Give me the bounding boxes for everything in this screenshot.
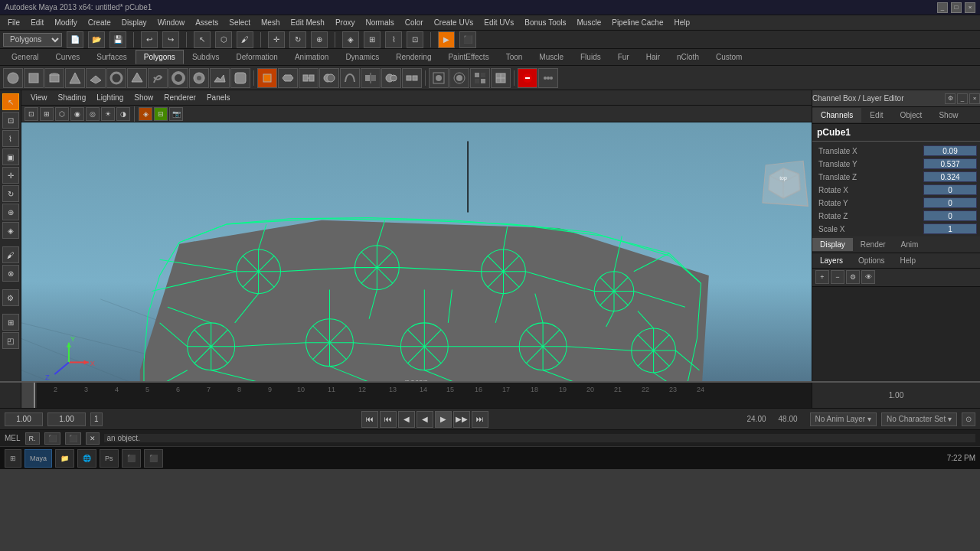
cat-tab-dynamics[interactable]: Dynamics bbox=[337, 50, 387, 64]
script-editor-btn-r[interactable]: R. bbox=[25, 432, 40, 445]
vp-wireframe-btn[interactable]: ⬡ bbox=[55, 107, 69, 121]
smooth-tool[interactable] bbox=[340, 68, 360, 88]
vp-show-menu[interactable]: Show bbox=[129, 92, 158, 103]
tab-channels[interactable]: Channels bbox=[812, 108, 861, 122]
start-button[interactable]: ⊞ bbox=[5, 449, 21, 468]
cone-tool[interactable] bbox=[65, 68, 85, 88]
bevel-tool[interactable] bbox=[278, 68, 298, 88]
menu-item-color[interactable]: Color bbox=[400, 17, 428, 28]
layer-tab-layers[interactable]: Layers bbox=[812, 255, 851, 266]
step-size-field[interactable] bbox=[47, 412, 86, 426]
edge-select-tool[interactable]: ⌇ bbox=[2, 130, 19, 147]
snap-point-btn[interactable]: ⊡ bbox=[407, 31, 423, 48]
minimize-button[interactable]: _ bbox=[937, 2, 948, 13]
select-tool[interactable]: ↖ bbox=[194, 31, 211, 48]
vp-resolution-gate-btn[interactable]: ⊟ bbox=[154, 107, 168, 121]
move-tool-left[interactable]: ✛ bbox=[2, 167, 19, 184]
quick-layout-2[interactable]: ◰ bbox=[2, 332, 19, 349]
menu-item-file[interactable]: File bbox=[3, 17, 24, 28]
step-backward-btn[interactable]: ⏮ bbox=[380, 411, 397, 428]
cat-tab-muscle[interactable]: Muscle bbox=[531, 50, 572, 64]
dots-menu-2[interactable] bbox=[538, 68, 558, 88]
cat-tab-painteffects[interactable]: PaintEffects bbox=[439, 50, 497, 64]
universal-tool-left[interactable]: ◈ bbox=[2, 222, 19, 239]
panel-options-btn[interactable]: ⚙ bbox=[945, 93, 956, 104]
cube-tool[interactable] bbox=[24, 68, 44, 88]
command-line-input[interactable] bbox=[104, 434, 975, 442]
play-backward-btn[interactable]: ◀ bbox=[398, 411, 415, 428]
snap-grid-btn[interactable]: ⊞ bbox=[364, 31, 381, 48]
save-scene-button[interactable]: 💾 bbox=[109, 31, 126, 48]
vp-lighting-menu[interactable]: Lighting bbox=[92, 92, 128, 103]
uv-tool[interactable] bbox=[491, 68, 511, 88]
menu-item-mesh[interactable]: Mesh bbox=[256, 17, 284, 28]
layer-visibility-btn[interactable]: 👁 bbox=[861, 270, 875, 284]
extrude-tool[interactable] bbox=[257, 68, 277, 88]
cat-tab-custom[interactable]: Custom bbox=[707, 50, 750, 64]
view-cube[interactable]: top bbox=[762, 161, 808, 207]
new-layer-btn[interactable]: + bbox=[815, 270, 829, 284]
show-manipulator-tool[interactable]: ⚙ bbox=[2, 289, 19, 306]
cat-tab-curves[interactable]: Curves bbox=[47, 50, 89, 64]
inner-tab-display[interactable]: Display bbox=[812, 238, 853, 251]
inner-tab-render[interactable]: Render bbox=[853, 238, 893, 251]
move-tool[interactable]: ✛ bbox=[268, 31, 285, 48]
paint-weights-tool[interactable]: ⊗ bbox=[2, 265, 19, 282]
vp-light-btn[interactable]: ☀ bbox=[101, 107, 115, 121]
misc-tool-1[interactable] bbox=[230, 68, 250, 88]
channel-value-translatey[interactable]: 0.537 bbox=[923, 158, 977, 169]
scale-tool-left[interactable]: ⊕ bbox=[2, 204, 19, 220]
cat-tab-fur[interactable]: Fur bbox=[609, 50, 638, 64]
auto-key-btn[interactable]: ⊙ bbox=[962, 412, 975, 426]
tab-object[interactable]: Object bbox=[892, 108, 931, 122]
checker-tool[interactable] bbox=[470, 68, 490, 88]
channel-value-rotatez[interactable]: 0 bbox=[923, 210, 977, 221]
vp-smooth-btn[interactable]: ◉ bbox=[70, 107, 84, 121]
render-btn[interactable]: ▶ bbox=[438, 31, 455, 48]
snap-curve-btn[interactable]: ⌇ bbox=[385, 31, 402, 48]
inner-tab-anim[interactable]: Anim bbox=[893, 238, 926, 251]
layer-tab-options[interactable]: Options bbox=[851, 255, 892, 266]
menu-item-window[interactable]: Window bbox=[153, 17, 190, 28]
menu-item-select[interactable]: Select bbox=[224, 17, 255, 28]
redo-button[interactable]: ↪ bbox=[162, 31, 179, 48]
channel-value-translatex[interactable]: 0.09 bbox=[923, 145, 977, 156]
cat-tab-animation[interactable]: Animation bbox=[286, 50, 337, 64]
vp-view-menu[interactable]: View bbox=[26, 92, 52, 103]
polygon-mode-dropdown[interactable]: Polygons Surfaces Dynamics Animation Ren… bbox=[3, 33, 62, 47]
vp-xray-btn[interactable]: ◎ bbox=[86, 107, 100, 121]
ipr-render-btn[interactable]: ⬛ bbox=[459, 31, 476, 48]
cat-tab-polygons[interactable]: Polygons bbox=[136, 50, 184, 64]
layer-options-btn[interactable]: ⚙ bbox=[846, 270, 860, 284]
soccer-tool[interactable] bbox=[189, 68, 209, 88]
menu-item-bonus-tools[interactable]: Bonus Tools bbox=[520, 17, 570, 28]
script-editor-btn-close[interactable]: ✕ bbox=[86, 432, 100, 445]
separate-tool[interactable] bbox=[402, 68, 422, 88]
taskbar-explorer-btn[interactable]: 📁 bbox=[55, 449, 74, 468]
cat-tab-rendering[interactable]: Rendering bbox=[387, 50, 439, 64]
play-forward-btn[interactable]: ▶ bbox=[435, 411, 452, 428]
cat-tab-ncloth[interactable]: nCloth bbox=[668, 50, 707, 64]
tab-edit[interactable]: Edit bbox=[861, 108, 891, 122]
layer-tab-help[interactable]: Help bbox=[892, 255, 923, 266]
cat-tab-hair[interactable]: Hair bbox=[638, 50, 668, 64]
menu-item-display[interactable]: Display bbox=[117, 17, 152, 28]
anim-layer-dropdown[interactable]: No Anim Layer ▾ bbox=[810, 412, 877, 426]
paint-tool[interactable] bbox=[449, 68, 469, 88]
vp-shading-menu[interactable]: Shading bbox=[54, 92, 91, 103]
menu-item-proxy[interactable]: Proxy bbox=[331, 17, 360, 28]
window-controls[interactable]: _ □ × bbox=[937, 2, 975, 13]
taskbar-browser-btn[interactable]: 🌐 bbox=[77, 449, 96, 468]
menu-item-assets[interactable]: Assets bbox=[191, 17, 223, 28]
vertex-select-tool[interactable]: ⊡ bbox=[2, 112, 19, 129]
vp-select-all-btn[interactable]: ⊡ bbox=[24, 107, 38, 121]
scale-tool[interactable]: ⊕ bbox=[311, 31, 328, 48]
vp-panels-menu[interactable]: Panels bbox=[202, 92, 235, 103]
menu-item-edit-mesh[interactable]: Edit Mesh bbox=[286, 17, 328, 28]
select-hole-tool[interactable] bbox=[429, 68, 449, 88]
plane-tool[interactable] bbox=[86, 68, 106, 88]
pipe-tool[interactable] bbox=[168, 68, 188, 88]
close-button[interactable]: × bbox=[965, 2, 975, 13]
character-set-dropdown[interactable]: No Character Set ▾ bbox=[881, 412, 957, 426]
platonic-tool[interactable] bbox=[127, 68, 147, 88]
